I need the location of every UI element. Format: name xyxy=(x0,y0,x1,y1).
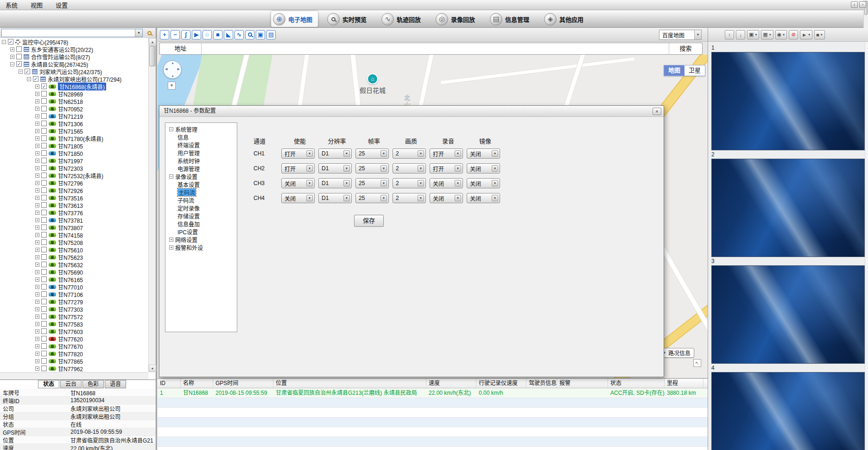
nav-info-management[interactable]: ▤信息管理 xyxy=(488,11,535,27)
tree-checkbox[interactable] xyxy=(41,128,47,134)
tree-checkbox[interactable] xyxy=(41,343,47,349)
tree-vehicle-row[interactable]: +甘N77603 xyxy=(0,328,148,335)
expand-icon[interactable]: + xyxy=(35,240,39,244)
expand-icon[interactable]: + xyxy=(35,107,39,111)
table-column-header[interactable]: GPS时间 xyxy=(213,379,273,388)
table-row[interactable]: 1甘N168682019-08-15 09:55:59甘肃省临夏回族自治州永靖县… xyxy=(158,388,708,398)
tree-checkbox[interactable] xyxy=(41,366,47,371)
window-restore-button[interactable]: ↕ xyxy=(851,1,858,8)
table-column-header[interactable]: 行驶记录仪速度 xyxy=(476,379,526,388)
address-input[interactable] xyxy=(202,43,669,54)
map-save-button[interactable]: ▤ xyxy=(266,30,276,39)
expand-icon[interactable]: + xyxy=(35,366,39,371)
tree-vehicle-row[interactable]: +甘N72303 xyxy=(0,164,148,172)
chevron-down-icon[interactable]: ▼ xyxy=(343,150,350,157)
tree-group-row[interactable]: −✓监控中心(295/478) xyxy=(0,38,148,45)
chevron-down-icon[interactable]: ▼ xyxy=(306,195,313,201)
expand-icon[interactable]: + xyxy=(35,337,39,341)
chevron-down-icon[interactable]: ▼ xyxy=(418,195,424,201)
expand-icon[interactable]: + xyxy=(35,144,39,148)
video-feed-placeholder[interactable] xyxy=(711,372,865,450)
chevron-down-icon[interactable]: ▼ xyxy=(492,195,498,201)
tree-vehicle-row[interactable]: +甘N73613 xyxy=(0,201,148,209)
tree-search-combobox[interactable]: ▼ xyxy=(1,29,143,37)
map-zoom-out-button[interactable]: − xyxy=(171,30,180,39)
tree-vehicle-row[interactable]: +甘N72796 xyxy=(0,179,148,186)
tree-vehicle-row[interactable]: +甘N77962 xyxy=(0,365,148,372)
ch2-audio-dropdown[interactable]: 打开▼ xyxy=(430,163,463,174)
dialog-tree-item[interactable]: +网络设置 xyxy=(165,236,237,244)
ch1-enable-dropdown[interactable]: 打开▼ xyxy=(281,148,315,159)
tree-group-row[interactable]: −✓永靖县公安局(267/425) xyxy=(0,60,148,68)
chevron-down-icon[interactable]: ▼ xyxy=(492,180,498,186)
video-up-button[interactable]: ↑ xyxy=(725,30,734,39)
expand-icon[interactable]: + xyxy=(35,352,39,356)
expand-icon[interactable]: + xyxy=(35,136,39,141)
tree-checkbox[interactable] xyxy=(41,165,47,171)
expand-icon[interactable]: + xyxy=(35,359,39,363)
ch2-resolution-dropdown[interactable]: D1▼ xyxy=(318,163,352,174)
video-feed-placeholder[interactable] xyxy=(711,52,865,150)
tree-vehicle-row[interactable]: +甘N71306 xyxy=(0,120,148,127)
map-corner-nav-button[interactable]: ↖ xyxy=(693,359,701,367)
table-column-header[interactable]: 名称 xyxy=(181,379,213,388)
chevron-down-icon[interactable]: ▼ xyxy=(418,150,424,157)
table-column-header[interactable]: 驾驶员信息 xyxy=(526,379,557,388)
ch3-audio-dropdown[interactable]: 关闭▼ xyxy=(430,178,463,188)
tree-vehicle-row[interactable]: +甘N71565 xyxy=(0,127,148,135)
tree-vehicle-row[interactable]: +甘N76165 xyxy=(0,276,148,283)
map-flag-button[interactable]: ▶ xyxy=(192,30,201,39)
tree-vehicle-row[interactable]: +甘N77572 xyxy=(0,313,148,320)
table-column-header[interactable]: 报警 xyxy=(557,379,608,388)
dialog-tree-item[interactable]: −录像设置 xyxy=(165,173,237,180)
tree-vehicle-row[interactable]: +甘N72926 xyxy=(0,186,148,194)
chevron-down-icon[interactable]: ▼ xyxy=(694,30,701,39)
map-circle-button[interactable]: ○ xyxy=(203,30,212,39)
collapse-icon[interactable]: − xyxy=(169,127,173,131)
ch2-framerate-dropdown[interactable]: 25▼ xyxy=(355,163,389,174)
expand-icon[interactable]: + xyxy=(35,285,39,289)
nav-video-playback[interactable]: ◎录像回放 xyxy=(434,11,481,27)
ch4-quality-dropdown[interactable]: 2▼ xyxy=(393,193,426,203)
video-play-button[interactable]: ►▼ xyxy=(800,30,812,39)
tree-checkbox[interactable] xyxy=(41,210,47,215)
tree-vehicle-row[interactable]: +甘N75623 xyxy=(0,253,148,261)
tree-checkbox[interactable] xyxy=(41,299,47,304)
dialog-close-button[interactable]: × xyxy=(653,108,661,115)
dialog-tree-item[interactable]: 定时录像 xyxy=(165,204,237,212)
scrollbar-thumb[interactable] xyxy=(149,46,155,66)
ch1-resolution-dropdown[interactable]: D1▼ xyxy=(318,148,352,159)
tree-checkbox[interactable]: ✓ xyxy=(8,39,13,45)
tab-ptz[interactable]: 云台 xyxy=(60,380,82,388)
table-column-header[interactable]: 位置 xyxy=(273,379,426,388)
tree-group-row[interactable]: +东乡安通客运公司(20/22) xyxy=(0,45,148,53)
chevron-down-icon[interactable]: ▼ xyxy=(418,165,424,172)
pan-right-icon[interactable]: ▶ xyxy=(177,67,180,71)
expand-icon[interactable]: + xyxy=(35,300,39,304)
tree-checkbox[interactable] xyxy=(16,46,22,52)
tab-status[interactable]: 状态 xyxy=(38,380,59,388)
video-feed-placeholder[interactable] xyxy=(711,265,865,364)
collapse-icon[interactable]: − xyxy=(169,174,173,179)
chevron-down-icon[interactable]: ▼ xyxy=(343,180,350,186)
map-rectangle-button[interactable]: ■ xyxy=(213,30,222,39)
ch3-mirror-dropdown[interactable]: 关闭▼ xyxy=(467,178,500,188)
dialog-tree-item[interactable]: 信息叠加 xyxy=(165,220,237,228)
video-fullscreen-button[interactable]: ▣▼ xyxy=(747,30,759,39)
tree-vehicle-row[interactable]: +甘N77865 xyxy=(0,357,148,365)
tree-checkbox[interactable] xyxy=(41,217,47,223)
dialog-tree-item[interactable]: 信息 xyxy=(165,133,237,141)
chevron-down-icon[interactable]: ▼ xyxy=(769,33,772,36)
tree-checkbox[interactable] xyxy=(41,321,47,327)
expand-icon[interactable]: + xyxy=(35,307,39,311)
tree-checkbox[interactable] xyxy=(41,291,47,297)
tree-checkbox[interactable] xyxy=(41,187,47,193)
tree-vehicle-row[interactable]: +甘N71219 xyxy=(0,112,148,120)
tree-checkbox[interactable] xyxy=(41,328,47,334)
tree-vehicle-row[interactable]: +甘N71780(永靖县) xyxy=(0,135,148,142)
video-stop-button[interactable]: ■▼ xyxy=(814,30,825,39)
tree-checkbox[interactable] xyxy=(41,158,47,163)
video-snapshot-button[interactable]: ◉▼ xyxy=(775,30,787,39)
tree-vehicle-row[interactable]: +甘N77279 xyxy=(0,298,148,305)
tree-vehicle-row[interactable]: +甘N73776 xyxy=(0,209,148,216)
